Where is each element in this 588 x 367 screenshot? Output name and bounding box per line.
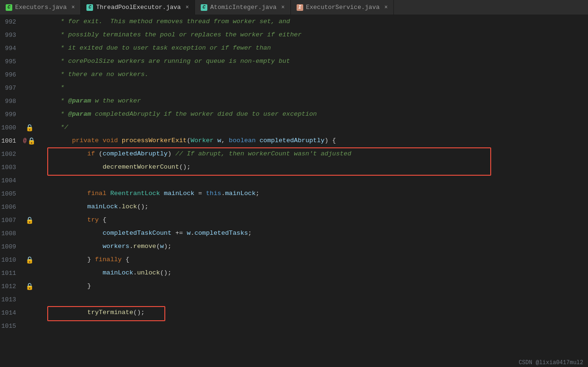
tab-icon-threadpool: C [86, 4, 93, 11]
watermark: CSDN @lixia0417mul2 [514, 358, 588, 367]
code-1005: final ReentrantLock mainLock = this.main… [57, 187, 259, 200]
code-1014: tryTerminate(); [57, 306, 145, 319]
code-line-1007: try { [57, 213, 588, 227]
code-1008: completedTaskCount += w.completedTasks; [57, 227, 252, 240]
at-sign-1001: @ [23, 137, 26, 144]
line-num-999: 999 [0, 111, 24, 118]
line-num-1000: 1000 [0, 124, 24, 131]
code-line-1004 [57, 174, 588, 187]
code-1000: */ [57, 121, 68, 134]
line-num-992: 992 [0, 18, 24, 26]
code-line-1002: if (completedAbruptly) // If abrupt, the… [57, 147, 588, 161]
line-num-997: 997 [0, 85, 24, 92]
gutter-row-1013: 1013 [0, 293, 52, 306]
gutter-row-1011: 1011 [0, 266, 52, 280]
gutter-row-1014: 1014 [0, 306, 52, 319]
gutter-row-1003: 1003 [0, 161, 52, 174]
gutter-icons-1010: 🔒 [24, 256, 35, 264]
code-1001-type: Worker [191, 134, 214, 147]
code-line-1003: decrementWorkerCount(); [57, 161, 588, 174]
line-num-998: 998 [0, 98, 24, 105]
code-1012: } [57, 280, 91, 293]
code-997: * [57, 81, 68, 94]
gutter-row-1000: 1000 🔒 [0, 121, 52, 134]
tab-close-executors[interactable]: × [71, 4, 75, 11]
gutter-row-1009: 1009 [0, 240, 52, 253]
code-line-1011: mainLock.unlock(); [57, 266, 588, 280]
code-1001-punct1: ( [187, 134, 190, 147]
tab-close-executorservice[interactable]: × [384, 4, 388, 11]
code-line-998: * @param w the worker [57, 94, 588, 108]
code-992: * for exit. This method removes thread f… [57, 15, 290, 28]
line-num-1004: 1004 [0, 177, 24, 184]
code-line-1009: workers.remove(w); [57, 240, 588, 253]
code-1001-param1: w [217, 134, 221, 147]
code-994: * it exited due to user task exception o… [57, 42, 271, 55]
line-num-1011: 1011 [0, 270, 24, 277]
code-1001-punct4 [256, 134, 259, 147]
gutter-row-1006: 1006 [0, 200, 52, 213]
code-line-1010: } finally { [57, 253, 588, 266]
gutter-icons-1000: 🔒 [24, 124, 35, 132]
code-line-1013 [57, 293, 588, 306]
gutter-row-992: 992 [0, 15, 52, 28]
code-line-997: * [57, 81, 588, 94]
tab-label-atomic: AtomicInteger.java [210, 4, 276, 11]
gutter-row-1010: 1010 🔒 [0, 253, 52, 266]
gutter-row-1012: 1012 🔒 [0, 280, 52, 293]
line-num-1005: 1005 [0, 190, 24, 197]
code-1009: workers.remove(w); [57, 240, 171, 253]
tab-bar: C Executors.java × C ThreadPoolExecutor.… [0, 0, 588, 15]
tab-label-threadpool: ThreadPoolExecutor.java [96, 4, 180, 11]
code-line-996: * there are no workers. [57, 68, 588, 81]
code-line-995: * corePoolSize workers are running or qu… [57, 55, 588, 68]
code-1001-fn: processWorkerExit [122, 134, 187, 147]
gutter-icons-1007: 🔒 [24, 216, 35, 224]
line-num-1012: 1012 [0, 283, 24, 290]
gutter-row-1002: 1002 [0, 147, 52, 161]
gutter-row-1015: 1015 [0, 319, 52, 333]
code-1011: mainLock.unlock(); [57, 266, 171, 280]
line-num-1002: 1002 [0, 151, 24, 158]
tab-label-executors: Executors.java [15, 4, 67, 11]
gutter-row-993: 993 [0, 28, 52, 42]
tab-close-threadpool[interactable]: × [186, 4, 189, 11]
line-num-995: 995 [0, 58, 24, 65]
line-num-996: 996 [0, 71, 24, 78]
code-line-994: * it exited due to user task exception o… [57, 42, 588, 55]
line-number-gutter: 992 993 994 995 996 [0, 15, 52, 367]
gutter-row-996: 996 [0, 68, 52, 81]
code-line-1014: tryTerminate(); [57, 306, 588, 319]
breakpoint-1007: 🔒 [26, 216, 34, 224]
gutter-row-997: 997 [0, 81, 52, 94]
code-1010: } finally { [57, 253, 129, 266]
gutter-row-994: 994 [0, 42, 52, 55]
tab-icon-executors: C [6, 4, 12, 11]
code-1006: mainLock.lock(); [57, 200, 148, 213]
gutter-row-1005: 1005 [0, 187, 52, 200]
code-line-992: * for exit. This method removes thread f… [57, 15, 588, 28]
code-line-1005: final ReentrantLock mainLock = this.main… [57, 187, 588, 200]
code-1003: decrementWorkerCount(); [57, 161, 191, 174]
code-1001-punct2 [213, 134, 217, 147]
line-num-1008: 1008 [0, 230, 24, 237]
code-area: * for exit. This method removes thread f… [52, 15, 588, 367]
code-999: * @param completedAbruptly if the worker… [57, 108, 317, 121]
code-line-999: * @param completedAbruptly if the worker… [57, 108, 588, 121]
line-num-1003: 1003 [0, 164, 24, 171]
code-line-1006: mainLock.lock(); [57, 200, 588, 213]
gutter-icons-1012: 🔒 [24, 282, 35, 290]
code-1001-param2: completedAbruptly [259, 134, 324, 147]
tab-close-atomic[interactable]: × [281, 4, 285, 11]
gutter-row-1004: 1004 [0, 174, 52, 187]
tab-atomic[interactable]: C AtomicInteger.java × [195, 0, 291, 15]
code-line-1012: } [57, 280, 588, 293]
tab-executors[interactable]: C Executors.java × [0, 0, 81, 15]
gutter-row-1001: 1001 @ 🔒 [0, 134, 52, 147]
tab-label-executorservice: ExecutorService.java [306, 4, 380, 11]
line-num-993: 993 [0, 32, 24, 39]
tab-executorservice[interactable]: I ExecutorService.java × [291, 0, 394, 15]
code-line-1001: private void processWorkerExit(Worker w,… [57, 134, 588, 147]
line-num-1010: 1010 [0, 256, 24, 264]
tab-threadpool[interactable]: C ThreadPoolExecutor.java × [81, 0, 195, 15]
